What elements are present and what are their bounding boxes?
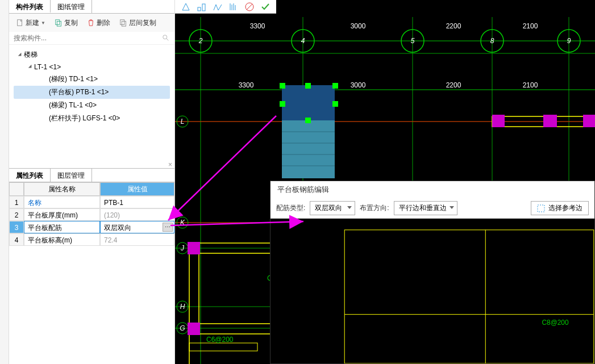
tab-drawing-manage[interactable]: 图纸管理	[51, 0, 92, 13]
app-left-edge	[0, 0, 9, 364]
tree-item-label: (梯梁) TL-1 <0>	[49, 101, 97, 110]
svg-rect-2	[57, 21, 61, 26]
prop-head-value[interactable]: 属性值	[100, 182, 174, 196]
ref-btn-label: 选择参考边	[548, 203, 582, 213]
prop-name: 平台板配筋	[24, 221, 100, 233]
grid-bubble: 8	[490, 37, 494, 45]
tab-layer-manage[interactable]: 图层管理	[51, 169, 92, 182]
tree-item-td1[interactable]: (梯段) TD-1 <1>	[14, 73, 170, 86]
layer-copy-button[interactable]: 层间复制	[116, 16, 160, 30]
svg-rect-57	[543, 115, 557, 127]
svg-line-10	[247, 4, 252, 10]
copy-button[interactable]: 复制	[51, 16, 81, 30]
svg-rect-45	[280, 83, 285, 89]
viewport-toolbar	[175, 0, 276, 14]
new-label: 新建	[26, 18, 39, 28]
property-tabs: 属性列表 图层管理	[9, 169, 174, 182]
rebar-type-label: 配筋类型:	[276, 203, 305, 213]
new-button[interactable]: 新建 ▼	[13, 16, 49, 30]
tool-icon-4[interactable]	[228, 2, 239, 12]
svg-rect-38	[282, 143, 335, 154]
svg-rect-8	[202, 4, 205, 11]
ellipsis-button[interactable]: ⋯	[163, 223, 173, 232]
prop-row-elevation[interactable]: 4 平台板标高(m) 72.4	[9, 233, 174, 246]
prop-value[interactable]: PTB-1	[100, 196, 174, 208]
tree-item-ptb1[interactable]: (平台板) PTB-1 <1>	[14, 86, 170, 99]
prop-row-name[interactable]: 1 名称 PTB-1	[9, 196, 174, 208]
tab-prop-list[interactable]: 属性列表	[9, 169, 51, 182]
rebar-text: C6@200	[206, 336, 234, 344]
svg-rect-46	[305, 83, 311, 89]
axis-label: G	[180, 324, 185, 332]
cancel-icon[interactable]	[244, 2, 255, 12]
row-num: 3	[9, 221, 24, 233]
row-num: 1	[9, 196, 24, 208]
tool-icon-1[interactable]	[181, 2, 191, 12]
delete-button[interactable]: 删除	[84, 16, 114, 30]
svg-rect-3	[120, 20, 124, 25]
svg-rect-62	[538, 205, 544, 212]
prop-name: 平台板标高(m)	[24, 233, 100, 246]
svg-rect-1	[56, 20, 60, 25]
axis-label: J	[180, 244, 185, 252]
tree-item-lgfs1[interactable]: (栏杆扶手) LGFS-1 <0>	[14, 112, 170, 125]
delete-icon	[87, 19, 95, 27]
search-row	[9, 32, 174, 45]
svg-rect-7	[198, 7, 201, 11]
copy-icon	[55, 19, 63, 27]
rebar-c8-label: C8@200	[542, 319, 568, 327]
axis-label: L	[181, 118, 185, 125]
tab-component-list[interactable]: 构件列表	[9, 0, 51, 13]
copy-label: 复制	[64, 18, 78, 28]
new-icon	[16, 19, 24, 27]
prop-value[interactable]: (120)	[100, 208, 174, 221]
search-icon[interactable]	[162, 34, 170, 42]
close-icon[interactable]: ×	[168, 161, 172, 169]
svg-point-5	[163, 35, 167, 39]
rebar-preview: C8@200	[271, 219, 594, 363]
tool-icon-2[interactable]	[197, 2, 207, 12]
svg-rect-53	[189, 324, 277, 334]
axis-label: K	[180, 219, 185, 227]
caret-icon	[28, 65, 33, 69]
select-ref-edge-button[interactable]: 选择参考边	[531, 201, 589, 215]
left-panel: 构件列表 图纸管理 新建 ▼ 复制 删除 层间复制 楼梯 LT-1 <1> (梯…	[9, 0, 175, 364]
tree-root[interactable]: 楼梯	[14, 48, 170, 61]
rebar-type-select[interactable]: 双层双向	[310, 201, 355, 215]
svg-line-6	[167, 39, 169, 41]
component-toolbar: 新建 ▼ 复制 删除 层间复制	[9, 14, 174, 32]
dim-text: 2100	[523, 22, 538, 30]
tree-item-label: (平台板) PTB-1 <1>	[49, 87, 109, 97]
grid-bubble: 9	[567, 37, 571, 45]
dim-text: 3000	[351, 81, 366, 89]
rebar-edit-dialog: 平台板钢筋编辑 配筋类型: 双层双向 布置方向: 平行边和垂直边 选择参考边 C…	[270, 181, 595, 364]
layer-copy-icon	[119, 19, 127, 27]
svg-rect-58	[583, 115, 595, 127]
dialog-canvas[interactable]: C8@200	[271, 219, 594, 363]
prop-value[interactable]: 双层双向⋯	[100, 221, 174, 233]
layout-dir-select[interactable]: 平行边和垂直边	[394, 201, 457, 215]
axis-label: H	[180, 303, 185, 311]
stair-treads	[282, 120, 335, 178]
dialog-title: 平台板钢筋编辑	[271, 181, 594, 198]
dim-text: 3300	[239, 81, 254, 89]
prop-name: 平台板厚度(mm)	[24, 208, 100, 221]
prop-row-rebar[interactable]: 3 平台板配筋 双层双向⋯	[9, 221, 174, 233]
row-num: 2	[9, 208, 24, 221]
svg-rect-48	[280, 101, 285, 107]
tree-item-tl1[interactable]: (梯梁) TL-1 <0>	[14, 99, 170, 112]
svg-rect-40	[282, 166, 335, 178]
tree-lt1[interactable]: LT-1 <1>	[14, 61, 170, 73]
component-tree: 楼梯 LT-1 <1> (梯段) TD-1 <1> (平台板) PTB-1 <1…	[9, 45, 174, 128]
prop-row-thickness[interactable]: 2 平台板厚度(mm) (120)	[9, 208, 174, 221]
prop-value[interactable]: 72.4	[100, 233, 174, 246]
selected-slab[interactable]	[282, 85, 335, 120]
grid-bubble: 4	[301, 37, 305, 45]
tool-icon-3[interactable]	[213, 2, 223, 12]
check-icon[interactable]	[260, 2, 271, 12]
tree-item-label: (栏杆扶手) LGFS-1 <0>	[49, 114, 120, 123]
search-input[interactable]	[14, 34, 162, 42]
row-num: 4	[9, 233, 24, 246]
svg-rect-60	[188, 323, 200, 335]
svg-rect-4	[122, 21, 126, 26]
